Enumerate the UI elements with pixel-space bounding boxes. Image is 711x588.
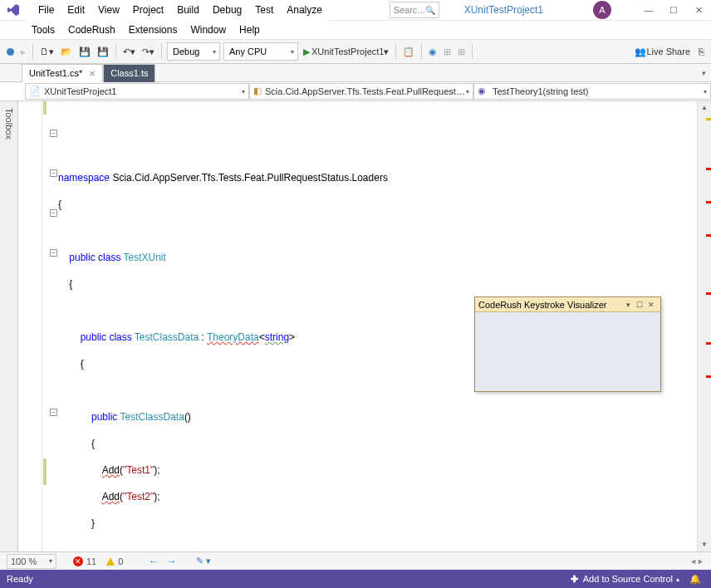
tool-btn-1[interactable]: 📋: [400, 42, 418, 61]
vs-logo: [3, 0, 23, 20]
new-project-button[interactable]: 🗋▾: [37, 42, 57, 61]
search-icon: 🔍: [425, 6, 435, 15]
start-button[interactable]: ▶XUnitTestProject1 ▾: [300, 42, 392, 61]
tool-btn-3[interactable]: ⊞: [440, 42, 454, 61]
add-source-control-icon[interactable]: ✚: [571, 574, 578, 585]
open-button[interactable]: 📂: [57, 42, 76, 61]
scroll-up-button[interactable]: ▲: [698, 101, 711, 115]
fold-button[interactable]: −: [50, 169, 57, 177]
save-button[interactable]: 💾: [76, 42, 94, 61]
hscroll-right[interactable]: ►: [697, 557, 704, 566]
csharp-icon: 📄: [29, 86, 41, 97]
tab-label: Class1.ts: [110, 68, 148, 78]
maximize-button[interactable]: ☐: [661, 1, 686, 19]
config-combo[interactable]: Debug: [167, 42, 220, 61]
method-icon: ◉: [478, 86, 489, 97]
menu-test[interactable]: Test: [248, 4, 280, 16]
vertical-scrollbar[interactable]: ▲ ▼: [697, 101, 711, 551]
keystroke-visualizer-window[interactable]: CodeRush Keystroke Visualizer ▾ ☐ ✕: [474, 296, 661, 392]
fold-button[interactable]: −: [50, 209, 57, 217]
tab-unittest[interactable]: UnitTest1.cs* ✕: [22, 64, 103, 82]
popup-maximize-button[interactable]: ☐: [634, 301, 645, 309]
liveshare-button[interactable]: 👥 Live Share: [630, 42, 695, 61]
tab-label: UnitTest1.cs*: [29, 68, 82, 78]
nav-member-combo[interactable]: ◉ TestTheory1(string test): [473, 83, 711, 100]
class-name: TestXUnit: [124, 252, 166, 263]
status-ready: Ready: [7, 574, 33, 584]
tab-overflow-button[interactable]: ▾: [696, 69, 711, 77]
menu-project[interactable]: Project: [126, 4, 170, 16]
scroll-down-button[interactable]: ▼: [698, 538, 711, 551]
error-count: 11: [86, 556, 96, 566]
nav-bar: 📄 XUnitTestProject1 ◧ Scia.Cid.AppServer…: [0, 82, 711, 101]
warning-count: 0: [118, 556, 123, 566]
menu-debug[interactable]: Debug: [206, 4, 248, 16]
nav-next-button[interactable]: →: [165, 555, 176, 567]
nav-fwd-button[interactable]: ▸: [17, 42, 29, 61]
tab-class1[interactable]: Class1.ts: [103, 64, 155, 82]
notifications-icon[interactable]: 🔔: [689, 574, 701, 585]
solution-name[interactable]: XUnitTestProject1: [464, 4, 543, 16]
menu-coderush[interactable]: CodeRush: [61, 24, 122, 36]
nav-back-button[interactable]: [3, 42, 17, 61]
inner-class-name: TestClassData: [135, 331, 199, 343]
add-source-control-button[interactable]: Add to Source Control: [583, 574, 673, 584]
nav-prev-button[interactable]: ←: [148, 555, 159, 567]
source-control-dropdown[interactable]: ▴: [676, 576, 679, 583]
hscroll-left[interactable]: ◄: [689, 557, 697, 566]
menu-tools[interactable]: Tools: [25, 24, 61, 36]
menu-build[interactable]: Build: [170, 4, 206, 16]
document-tabs: UnitTest1.cs* ✕ Class1.ts ▾: [0, 64, 711, 82]
fold-button[interactable]: −: [50, 409, 57, 416]
popup-title: CodeRush Keystroke Visualizer: [478, 300, 622, 310]
status-bar: Ready ✚ Add to Source Control ▴ 🔔: [0, 570, 711, 588]
popup-close-button[interactable]: ✕: [645, 301, 657, 309]
fold-button[interactable]: −: [50, 249, 57, 257]
platform-combo[interactable]: Any CPU: [223, 42, 298, 61]
tool-btn-4[interactable]: ⊞: [454, 42, 468, 61]
error-icon[interactable]: ✕: [73, 556, 83, 566]
popup-dropdown-button[interactable]: ▾: [622, 301, 634, 309]
search-placeholder: Searc...: [394, 5, 425, 15]
menu-analyze[interactable]: Analyze: [280, 4, 329, 16]
toolbox-tab[interactable]: Toolbox: [0, 101, 18, 551]
nav-project-combo[interactable]: 📄 XUnitTestProject1: [25, 83, 249, 100]
menu-help[interactable]: Help: [233, 24, 267, 36]
user-avatar[interactable]: A: [593, 1, 611, 19]
class-icon: ◧: [253, 86, 262, 97]
feedback-button[interactable]: ⎘: [695, 42, 708, 61]
zoom-combo[interactable]: 100 %: [7, 554, 56, 569]
redo-button[interactable]: ↷▾: [139, 42, 158, 61]
fold-button[interactable]: −: [50, 130, 57, 137]
editor-gutter: − − − − −: [18, 101, 58, 551]
tab-close-icon[interactable]: ✕: [89, 69, 96, 78]
editor-status-bar: 100 % ✕ 11 0 ← → ✎ ▾ ◄ ►: [0, 551, 711, 570]
menu-edit[interactable]: Edit: [61, 4, 91, 16]
close-button[interactable]: ✕: [686, 1, 711, 19]
undo-button[interactable]: ↶▾: [120, 42, 139, 61]
menu-view[interactable]: View: [91, 4, 126, 16]
search-input[interactable]: Searc... 🔍: [390, 2, 439, 18]
tool-btn-2[interactable]: ◉: [425, 42, 440, 61]
minimize-button[interactable]: —: [636, 1, 661, 19]
nav-type-combo[interactable]: ◧ Scia.Cid.AppServer.Tfs.Tests.Feat.Pull…: [249, 83, 473, 100]
main-toolbar: ▸ 🗋▾ 📂 💾 💾 ↶▾ ↷▾ Debug Any CPU ▶XUnitTes…: [0, 39, 711, 64]
menu-window[interactable]: Window: [184, 24, 233, 36]
menu-extensions[interactable]: Extensions: [122, 24, 184, 36]
warning-icon[interactable]: [106, 557, 115, 566]
save-all-button[interactable]: 💾: [94, 42, 112, 61]
pen-icon[interactable]: ✎ ▾: [196, 556, 211, 566]
menu-file[interactable]: File: [32, 4, 61, 16]
